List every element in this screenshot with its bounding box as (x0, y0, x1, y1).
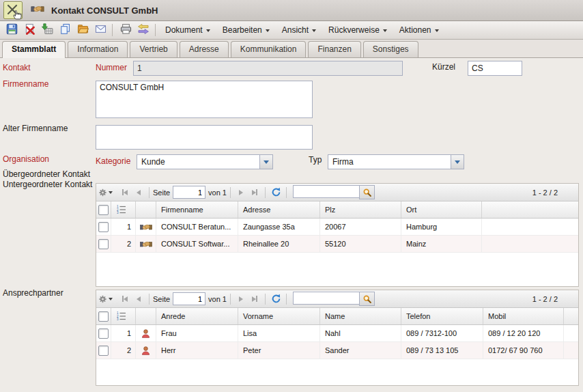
person-icon (141, 328, 151, 339)
checkbox[interactable] (98, 222, 109, 232)
gear-menu-button[interactable] (99, 292, 113, 306)
cell-plz: 55120 (320, 236, 401, 252)
grid-empty-area (96, 359, 578, 385)
firmenname-label: Firmenname (3, 79, 48, 89)
tab-adresse[interactable]: Adresse (180, 41, 229, 57)
search-input[interactable] (293, 292, 359, 305)
page-number-input[interactable] (173, 292, 205, 305)
menu-label: Ansicht (282, 25, 309, 35)
select-all-cell[interactable] (96, 308, 111, 324)
transfer-button[interactable] (135, 23, 152, 38)
tab-vertrieb[interactable]: Vertrieb (130, 41, 177, 57)
typ-label: Typ (309, 155, 322, 165)
column-header-name[interactable]: Name (320, 308, 401, 324)
print-button[interactable] (117, 23, 134, 38)
seite-label: Seite (153, 188, 170, 197)
column-header-adresse[interactable]: Adresse (238, 201, 320, 218)
grid-pager-toolbar: Seite von 1 1 - 2 / 2 (96, 290, 578, 308)
mail-button[interactable] (92, 23, 109, 38)
column-header-anrede[interactable]: Anrede (156, 308, 238, 324)
prev-page-button[interactable] (132, 292, 145, 306)
table-row[interactable]: 1 CONSULT Beratun... Zaungasse 35a 20067… (96, 219, 578, 236)
gear-icon (99, 294, 106, 305)
column-header-ort[interactable]: Ort (401, 201, 482, 218)
row-number-header[interactable] (111, 201, 136, 218)
search-button[interactable] (359, 292, 375, 306)
column-header-plz[interactable]: Plz (320, 201, 401, 218)
menu-aktionen[interactable]: Aktionen (393, 23, 445, 38)
tab-sonstiges[interactable]: Sonstiges (363, 41, 418, 57)
handshake-icon (140, 223, 152, 232)
kuerzel-field[interactable] (468, 61, 522, 76)
search-button[interactable] (359, 185, 375, 199)
search-input[interactable] (293, 185, 359, 198)
tab-information[interactable]: Information (68, 41, 128, 57)
checkbox[interactable] (98, 311, 109, 322)
chevron-down-icon (266, 29, 270, 32)
prev-page-button[interactable] (132, 186, 145, 199)
kategorie-label: Kategorie (96, 156, 130, 166)
tab-finanzen[interactable]: Finanzen (308, 41, 360, 57)
row-number-header[interactable] (111, 308, 136, 324)
checkbox[interactable] (98, 346, 109, 356)
menu-label: Bearbeiten (223, 25, 262, 35)
cell-mobil: 0172/ 67 90 760 (483, 342, 564, 359)
nummer-field (133, 61, 403, 76)
select-all-cell[interactable] (96, 201, 111, 218)
von-label: von 1 (208, 295, 227, 303)
refresh-icon (271, 294, 281, 304)
search-box (293, 185, 375, 199)
next-page-button[interactable] (234, 186, 248, 199)
delete-button[interactable] (21, 23, 38, 38)
table-row[interactable]: 1 Frau Lisa Nahl 089 / 7312-100 089 / 12… (96, 325, 578, 342)
combo-trigger-button[interactable] (451, 155, 464, 169)
checkbox[interactable] (98, 239, 109, 249)
cell-anrede: Frau (156, 325, 238, 341)
column-header-vorname[interactable]: Vorname (238, 308, 320, 324)
icon-column-header[interactable] (136, 308, 156, 324)
first-page-button[interactable] (118, 292, 132, 306)
last-page-button[interactable] (248, 292, 261, 306)
typ-combo[interactable]: Firma (328, 154, 464, 169)
column-header-mobil[interactable]: Mobil (483, 308, 564, 324)
copy-button[interactable] (57, 23, 73, 38)
menu-bearbeiten[interactable]: Bearbeiten (216, 23, 276, 38)
refresh-button[interactable] (269, 292, 283, 306)
save-button[interactable] (3, 23, 20, 38)
next-page-button[interactable] (234, 292, 248, 306)
table-row[interactable]: 2 CONSULT Softwar... Rheinallee 20 55120… (96, 236, 578, 253)
table-row[interactable]: 2 Herr Peter Sander 089 / 73 13 105 0172… (96, 342, 578, 359)
grid-header-row: Anrede Vorname Name Telefon Mobil (96, 308, 578, 325)
close-button[interactable] (3, 1, 23, 19)
menu-dokument[interactable]: Dokument (159, 23, 216, 38)
alter-firmenname-field[interactable] (96, 125, 313, 150)
first-page-button[interactable] (118, 186, 132, 199)
column-header-telefon[interactable]: Telefon (401, 308, 483, 324)
menu-rueckverweise[interactable]: Rückverweise (322, 23, 393, 38)
untergeordneter-kontakt-grid: Seite von 1 1 - 2 / 2 Firmenname (96, 183, 579, 287)
chevron-down-icon (264, 160, 269, 164)
checkbox[interactable] (98, 328, 109, 339)
refresh-button[interactable] (269, 186, 283, 199)
cell-ort: Mainz (401, 236, 482, 252)
tab-kommunikation[interactable]: Kommunikation (231, 41, 307, 57)
menu-ansicht[interactable]: Ansicht (276, 23, 322, 38)
folder-button[interactable] (74, 23, 91, 38)
column-header-firmenname[interactable]: Firmenname (156, 201, 238, 218)
gear-menu-button[interactable] (99, 186, 113, 199)
page-number-input[interactable] (173, 186, 205, 199)
kategorie-combo[interactable]: Kunde (137, 154, 273, 169)
checkbox[interactable] (98, 205, 109, 215)
cell-vorname: Lisa (238, 325, 320, 341)
import-button[interactable] (39, 23, 55, 38)
combo-trigger-button[interactable] (259, 155, 272, 169)
title-bar: Kontakt CONSULT GmbH (0, 0, 583, 21)
chevron-down-icon (109, 298, 113, 300)
row-number: 1 (111, 325, 136, 341)
cell-firmenname: CONSULT Beratun... (156, 219, 238, 235)
menu-label: Dokument (165, 25, 203, 35)
last-page-button[interactable] (248, 186, 261, 199)
tab-stammblatt[interactable]: Stammblatt (2, 41, 66, 58)
icon-column-header[interactable] (136, 201, 156, 218)
firmenname-field[interactable]: CONSULT GmbH (96, 81, 313, 118)
